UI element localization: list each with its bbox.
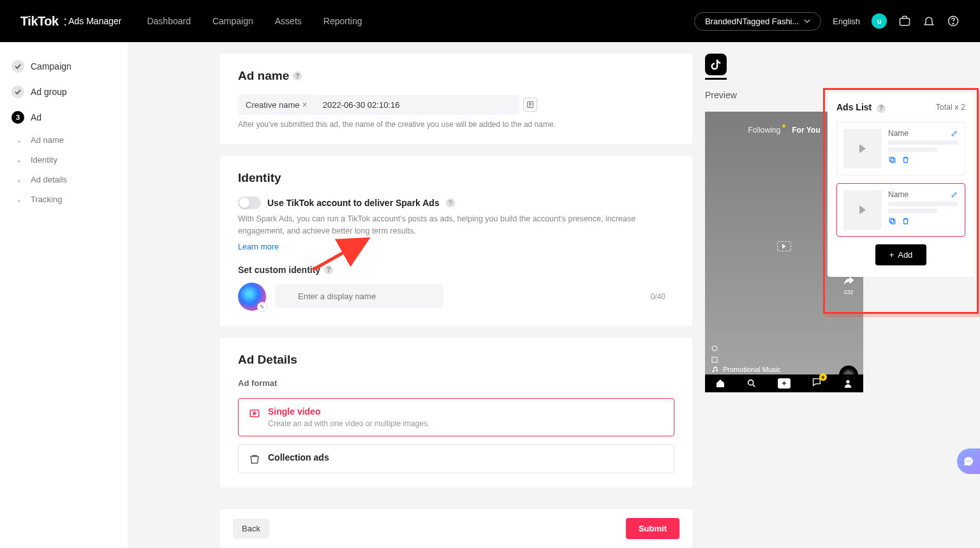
edit-icon[interactable]	[951, 191, 958, 198]
search-icon[interactable]	[746, 378, 757, 389]
step-label: Ad group	[31, 87, 67, 97]
copy-icon[interactable]	[888, 156, 896, 164]
step-label: Campaign	[31, 61, 71, 71]
add-ad-button[interactable]: +Add	[875, 244, 927, 265]
info-icon[interactable]: ?	[446, 198, 455, 207]
language-selector[interactable]: English	[833, 17, 860, 26]
back-button[interactable]: Back	[233, 519, 269, 538]
home-icon[interactable]	[715, 378, 725, 389]
identity-card: Identity Use TikTok account to deliver S…	[220, 156, 692, 326]
spark-ads-toggle-label: Use TikTok account to deliver Spark Ads	[267, 198, 440, 208]
logo-divider: :	[64, 14, 68, 29]
header-right: BrandedNTagged Fashi... English u	[694, 12, 960, 31]
caption-info-icons	[711, 345, 718, 363]
phone-bottom-nav: + 9	[705, 374, 863, 392]
ad-name-title: Ad name ?	[238, 69, 674, 83]
bell-icon[interactable]	[923, 15, 935, 27]
format-collection-ads[interactable]: Collection ads	[238, 444, 674, 473]
tiktok-icon[interactable]	[705, 54, 727, 75]
nav-campaign[interactable]: Campaign	[212, 16, 253, 26]
nav-reporting[interactable]: Reporting	[323, 16, 362, 26]
play-icon	[859, 144, 866, 153]
user-avatar[interactable]: u	[872, 13, 887, 29]
ads-list-panel: Ads List ? Total x 2 Name	[828, 93, 974, 277]
info-icon[interactable]: ?	[293, 71, 302, 80]
svg-point-20	[970, 461, 971, 462]
music-title: Promotional Music	[723, 366, 780, 373]
svg-point-9	[712, 346, 717, 351]
ad-name-card: Ad name ? Creative name × After you've s…	[220, 54, 692, 144]
help-icon[interactable]	[947, 15, 960, 27]
ad-name-input[interactable]	[315, 95, 519, 115]
chat-fab[interactable]	[957, 448, 980, 474]
identity-title: Identity	[238, 171, 674, 185]
main-nav: Dashboard Campaign Assets Reporting	[147, 16, 362, 26]
add-button-label: Add	[898, 250, 912, 260]
logo-subtitle: Ads Manager	[68, 16, 121, 26]
ad-item-name: Name	[888, 129, 909, 138]
nav-assets[interactable]: Assets	[275, 16, 302, 26]
substep-ad-name[interactable]: Ad name	[0, 130, 128, 150]
edit-avatar-icon[interactable]: ✎	[257, 302, 267, 312]
share-count: 232	[843, 289, 853, 295]
submit-button[interactable]: Submit	[626, 518, 679, 539]
ad-details-card: Ad Details Ad format Single video Create…	[220, 337, 692, 487]
svg-rect-0	[900, 19, 910, 26]
nav-dashboard[interactable]: Dashboard	[147, 16, 191, 26]
remove-chip-icon[interactable]: ×	[302, 100, 308, 110]
info-icon[interactable]: ?	[877, 104, 886, 113]
briefcase-icon[interactable]	[898, 15, 911, 27]
account-selector[interactable]: BrandedNTagged Fashi...	[694, 12, 821, 31]
svg-rect-15	[889, 157, 894, 161]
video-icon	[249, 408, 260, 419]
step-label: Ad	[31, 112, 41, 122]
inbox-icon[interactable]: 9	[812, 377, 822, 390]
svg-point-13	[846, 380, 849, 383]
svg-point-2	[953, 24, 953, 24]
info-icon[interactable]: ?	[324, 265, 333, 274]
ads-list-total: Total x 2	[935, 103, 965, 112]
ads-list-item[interactable]: Name	[836, 183, 965, 237]
left-sidebar: Campaign Ad group 3 Ad Ad name Identity …	[0, 42, 128, 548]
svg-point-12	[748, 380, 754, 385]
svg-rect-14	[891, 158, 895, 163]
learn-more-link[interactable]: Learn more	[238, 242, 279, 251]
ad-name-template-icon[interactable]	[523, 98, 537, 112]
substep-identity[interactable]: Identity	[0, 150, 128, 170]
delete-icon[interactable]	[902, 217, 910, 225]
ads-list-item[interactable]: Name	[836, 122, 965, 175]
format-single-video[interactable]: Single video Create an ad with one video…	[238, 398, 674, 436]
step-campaign[interactable]: Campaign	[0, 54, 128, 79]
step-ad[interactable]: 3 Ad	[0, 105, 128, 130]
format-title: Collection ads	[268, 452, 329, 463]
spark-ads-toggle[interactable]	[238, 196, 261, 209]
copy-icon[interactable]	[888, 217, 896, 225]
video-placeholder-icon	[777, 241, 791, 251]
profile-icon[interactable]	[843, 378, 853, 389]
music-bar: Promotional Music	[711, 366, 834, 373]
svg-rect-10	[712, 357, 717, 362]
create-button[interactable]: +	[778, 378, 791, 389]
format-desc: Create an ad with one video or multiple …	[268, 419, 429, 428]
for-you-tab[interactable]: For You	[792, 126, 820, 135]
chat-icon	[963, 455, 974, 467]
info-dot-icon	[711, 345, 718, 352]
footer-bar: Back Submit	[220, 508, 692, 548]
delete-icon[interactable]	[902, 156, 910, 164]
identity-avatar[interactable]: ✎	[238, 283, 266, 311]
ad-format-label: Ad format	[238, 378, 674, 388]
chip-text: Creative name	[246, 100, 300, 110]
svg-point-19	[968, 461, 969, 462]
display-name-input[interactable]	[275, 285, 443, 308]
chevron-down-icon	[804, 18, 810, 24]
step-ad-group[interactable]: Ad group	[0, 79, 128, 105]
following-tab[interactable]: Following	[748, 126, 781, 135]
substep-tracking[interactable]: Tracking	[0, 189, 128, 209]
spark-ads-desc: With Spark Ads, you can run a TikTok acc…	[238, 213, 674, 238]
ads-list-title: Ads List ?	[836, 102, 886, 113]
edit-icon[interactable]	[951, 130, 958, 137]
substep-ad-details[interactable]: Ad details	[0, 170, 128, 189]
share-stat[interactable]: 232	[842, 275, 855, 295]
preview-tab-underline	[705, 78, 727, 80]
check-icon	[11, 85, 24, 98]
